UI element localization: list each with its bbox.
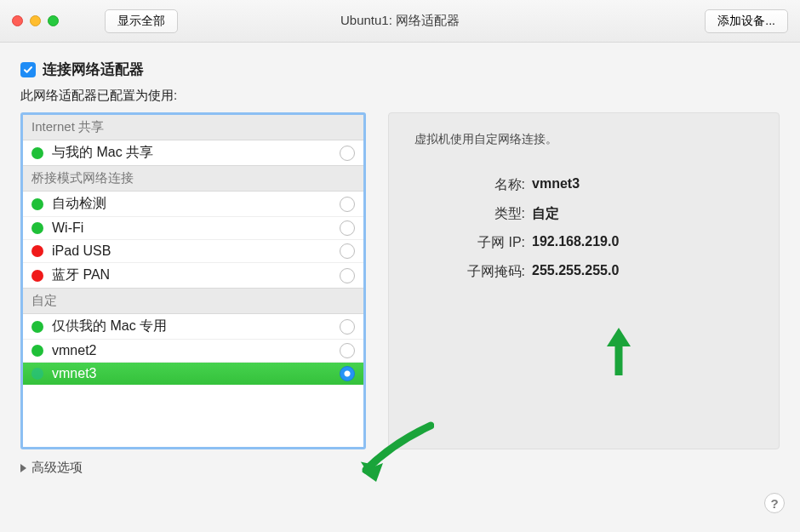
group-bridged: 桥接模式网络连接 bbox=[23, 165, 363, 192]
item-vmnet2[interactable]: vmnet2 bbox=[23, 339, 363, 362]
list-filler bbox=[23, 385, 363, 447]
item-label: 仅供我的 Mac 专用 bbox=[52, 317, 340, 335]
status-dot-icon bbox=[31, 345, 43, 357]
zoom-icon[interactable] bbox=[48, 15, 59, 26]
minimize-icon[interactable] bbox=[30, 15, 41, 26]
config-label: 此网络适配器已配置为使用: bbox=[20, 88, 780, 104]
add-device-button[interactable]: 添加设备... bbox=[705, 9, 788, 33]
item-wifi[interactable]: Wi-Fi bbox=[23, 216, 363, 239]
network-listbox[interactable]: Internet 共享 与我的 Mac 共享 桥接模式网络连接 自动检测 Wi-… bbox=[20, 112, 366, 449]
info-subnet-ip-label: 子网 IP: bbox=[414, 234, 525, 252]
item-label: vmnet3 bbox=[52, 366, 340, 381]
window-controls bbox=[12, 15, 59, 26]
group-internet-share: Internet 共享 bbox=[23, 115, 363, 140]
content-area: 连接网络适配器 此网络适配器已配置为使用: Internet 共享 与我的 Ma… bbox=[0, 43, 800, 493]
status-dot-icon bbox=[31, 270, 43, 282]
radio-icon[interactable] bbox=[340, 146, 355, 161]
disclosure-triangle-icon bbox=[20, 464, 26, 472]
item-label: Wi-Fi bbox=[52, 220, 340, 236]
info-subnet-mask-value: 255.255.255.0 bbox=[532, 263, 753, 281]
connect-adapter-checkbox[interactable] bbox=[20, 62, 36, 77]
info-name-label: 名称: bbox=[414, 176, 525, 194]
item-ipad-usb[interactable]: iPad USB bbox=[23, 239, 363, 262]
item-vmnet3[interactable]: vmnet3 bbox=[23, 362, 363, 385]
help-button[interactable]: ? bbox=[764, 493, 785, 513]
status-dot-icon bbox=[31, 198, 43, 210]
radio-selected-icon[interactable] bbox=[340, 366, 355, 381]
radio-icon[interactable] bbox=[340, 268, 355, 283]
info-name-value: vmnet3 bbox=[532, 176, 753, 194]
item-label: 与我的 Mac 共享 bbox=[52, 144, 340, 162]
radio-icon[interactable] bbox=[340, 343, 355, 358]
radio-icon[interactable] bbox=[340, 243, 355, 259]
radio-icon[interactable] bbox=[340, 319, 355, 335]
title-bar: 显示全部 Ubuntu1: 网络适配器 添加设备... bbox=[0, 0, 800, 43]
advanced-label: 高级选项 bbox=[31, 460, 83, 476]
radio-icon[interactable] bbox=[340, 197, 355, 212]
status-dot-icon bbox=[31, 368, 43, 380]
connect-adapter-label: 连接网络适配器 bbox=[43, 60, 144, 79]
info-type-label: 类型: bbox=[414, 205, 525, 223]
group-custom: 自定 bbox=[23, 288, 363, 314]
show-all-button[interactable]: 显示全部 bbox=[105, 9, 178, 33]
status-dot-icon bbox=[31, 245, 43, 257]
info-panel: 虚拟机使用自定网络连接。 名称: vmnet3 类型: 自定 子网 IP: 19… bbox=[388, 112, 780, 449]
item-autodetect[interactable]: 自动检测 bbox=[23, 192, 363, 216]
status-dot-icon bbox=[31, 222, 43, 234]
item-share-mac[interactable]: 与我的 Mac 共享 bbox=[23, 140, 363, 165]
status-dot-icon bbox=[31, 147, 43, 159]
radio-icon[interactable] bbox=[340, 220, 355, 236]
info-type-value: 自定 bbox=[532, 205, 753, 223]
connect-adapter-row: 连接网络适配器 bbox=[20, 60, 780, 79]
info-description: 虚拟机使用自定网络连接。 bbox=[414, 132, 753, 147]
close-icon[interactable] bbox=[12, 15, 23, 26]
item-bt-pan[interactable]: 蓝牙 PAN bbox=[23, 262, 363, 288]
item-label: iPad USB bbox=[52, 243, 340, 259]
item-label: 自动检测 bbox=[52, 195, 340, 213]
item-label: vmnet2 bbox=[52, 343, 340, 358]
advanced-options-toggle[interactable]: 高级选项 bbox=[20, 460, 366, 476]
status-dot-icon bbox=[31, 321, 43, 333]
item-mac-only[interactable]: 仅供我的 Mac 专用 bbox=[23, 314, 363, 339]
item-label: 蓝牙 PAN bbox=[52, 266, 340, 284]
info-subnet-mask-label: 子网掩码: bbox=[414, 263, 525, 281]
info-subnet-ip-value: 192.168.219.0 bbox=[532, 234, 753, 252]
